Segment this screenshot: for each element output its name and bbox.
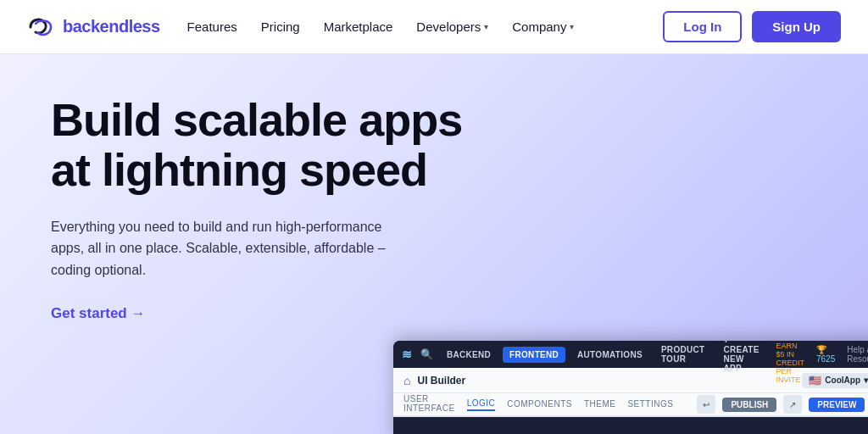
app-topbar: ≋ 🔍 BACKEND FRONTEND AUTOMATIONS PRODUCT… — [393, 341, 868, 368]
backend-tab[interactable]: BACKEND — [440, 347, 498, 363]
hero-subtitle: Everything you need to build and run hig… — [51, 216, 407, 281]
undo-icon[interactable]: ↩ — [697, 395, 715, 414]
nav-links: Features Pricing Marketplace Developers … — [187, 19, 664, 34]
help-text: Help and Resources — [847, 345, 868, 364]
tab-settings[interactable]: SETTINGS — [627, 399, 673, 410]
app-actions: ↩ PUBLISH ↗ PREVIEW ⚙ ⛶ — [697, 395, 868, 414]
hero-content: Build scalable apps at lightning speed E… — [51, 95, 492, 322]
brand-name: backendless — [63, 17, 160, 36]
nav-company[interactable]: Company ▾ — [512, 19, 574, 34]
nav-features[interactable]: Features — [187, 19, 237, 34]
automations-tab[interactable]: AUTOMATIONS — [570, 347, 649, 363]
frontend-tab[interactable]: FRONTEND — [503, 347, 565, 363]
nav-developers[interactable]: Developers ▾ — [416, 19, 488, 34]
points-badge: 🏆 7625 — [816, 345, 835, 364]
hero-section: Build scalable apps at lightning speed E… — [0, 54, 868, 434]
logo[interactable]: backendless — [27, 15, 160, 39]
navbar: backendless Features Pricing Marketplace… — [0, 0, 868, 54]
create-new-app-tab[interactable]: + CREATE NEW APP — [716, 341, 765, 376]
share-icon[interactable]: ↗ — [783, 395, 802, 414]
search-icon: 🔍 — [420, 348, 433, 360]
login-button[interactable]: Log In — [663, 11, 742, 42]
app-tabs-bar: USER INTERFACE LOGIC COMPONENTS THEME SE… — [393, 393, 868, 417]
app-preview-mockup: ≋ 🔍 BACKEND FRONTEND AUTOMATIONS PRODUCT… — [393, 341, 868, 434]
get-started-link[interactable]: Get started → — [51, 305, 145, 322]
logo-icon — [27, 15, 58, 39]
tab-theme[interactable]: THEME — [584, 399, 616, 410]
tab-logic[interactable]: LOGIC — [467, 398, 496, 411]
chevron-down-icon: ▾ — [864, 376, 868, 385]
product-tour-tab[interactable]: PRODUCT TOUR — [654, 342, 712, 367]
hero-title: Build scalable apps at lightning speed — [51, 95, 492, 196]
chevron-down-icon: ▾ — [570, 22, 574, 31]
tab-user-interface[interactable]: USER INTERFACE — [403, 394, 455, 415]
chevron-down-icon: ▾ — [484, 22, 488, 31]
publish-button[interactable]: PUBLISH — [722, 398, 776, 412]
ui-builder-title: UI Builder — [417, 375, 465, 387]
app-logo-small: ≋ — [402, 348, 412, 361]
earn-badge: 🎓 13050 EARN $5 IN CREDIT PER INVITE — [776, 341, 804, 384]
nav-marketplace[interactable]: Marketplace — [324, 19, 393, 34]
app-name-badge: 🇺🇸 CoolApp ▾ — [802, 373, 868, 388]
tab-components[interactable]: COMPONENTS — [507, 399, 572, 410]
signup-button[interactable]: Sign Up — [752, 11, 841, 42]
nav-actions: Log In Sign Up — [663, 11, 841, 42]
nav-pricing[interactable]: Pricing — [261, 19, 300, 34]
flag-icon: 🇺🇸 — [809, 375, 821, 387]
home-icon[interactable]: ⌂ — [403, 374, 410, 387]
preview-button[interactable]: PREVIEW — [809, 398, 865, 412]
